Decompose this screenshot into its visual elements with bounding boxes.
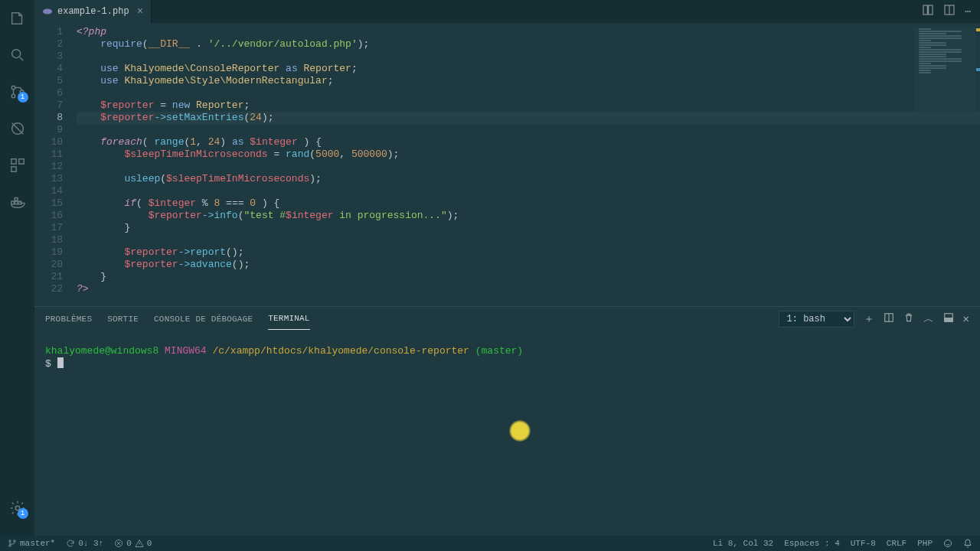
panel-tab-bar: PROBLÈMES SORTIE CONSOLE DE DÉBOGAGE TER… [34,307,980,331]
terminal-line-2: $ [45,358,64,370]
status-problems[interactable]: 0 0 [114,539,152,548]
svg-point-2 [11,94,15,98]
terminal-content[interactable]: khalyomede@windows8 MINGW64 /c/xampp/htd… [34,331,980,536]
tab-bar-actions: ⋯ [922,0,980,23]
svg-point-22 [14,540,16,543]
more-actions-icon[interactable]: ⋯ [965,5,971,18]
status-encoding[interactable]: UTF-8 [851,539,876,548]
svg-rect-5 [11,159,15,164]
code-content[interactable]: <?php require(__DIR__ . '/../vendor/auto… [77,23,980,306]
explorer-icon[interactable] [8,9,27,28]
panel-tab-output[interactable]: SORTIE [107,308,139,330]
sync-icon [66,539,75,548]
svg-point-24 [945,540,952,547]
tab-close-icon[interactable]: × [137,5,143,18]
svg-point-20 [9,540,11,543]
terminal-line-1: khalyomede@windows8 MINGW64 /c/xampp/htd… [45,345,523,357]
status-eol[interactable]: CRLF [887,539,906,548]
status-branch[interactable]: master* [8,539,55,548]
status-sync[interactable]: 0↓ 3↑ [66,539,103,548]
status-feedback-icon[interactable] [943,539,952,548]
extensions-icon[interactable] [8,156,27,174]
status-language[interactable]: PHP [917,539,933,548]
close-panel-icon[interactable]: ✕ [963,312,969,325]
status-bar: master* 0↓ 3↑ 0 0 Li 8, Col 32 Espaces :… [0,536,980,551]
activity-bar: 1 1 [0,0,34,536]
maximize-panel-icon[interactable] [943,312,954,326]
line-number-gutter: 12345678910111213141516171819202122 [34,23,77,306]
debug-icon[interactable] [8,119,27,138]
php-file-icon [42,6,53,17]
svg-rect-8 [11,201,14,204]
warning-icon [135,539,144,548]
panel-chevron-up-icon[interactable]: ︿ [923,312,934,326]
cursor-highlight-marker [509,420,531,442]
svg-point-0 [11,50,20,58]
tab-example-1-php[interactable]: example-1.php × [34,0,152,23]
svg-rect-15 [929,5,933,15]
source-control-icon[interactable]: 1 [8,83,27,101]
panel-tab-terminal[interactable]: TERMINAL [268,308,309,330]
panel-tab-debug-console[interactable]: CONSOLE DE DÉBOGAGE [154,308,253,330]
settings-gear-icon[interactable]: 1 [8,499,27,517]
svg-rect-9 [15,201,18,204]
settings-badge: 1 [18,508,28,519]
tab-filename: example-1.php [57,6,129,17]
new-terminal-icon[interactable]: ＋ [864,312,874,326]
svg-rect-7 [11,167,15,171]
svg-rect-6 [18,159,23,164]
svg-rect-14 [923,5,927,15]
panel-tab-problems[interactable]: PROBLÈMES [45,308,92,330]
search-icon[interactable] [8,46,27,64]
error-icon [114,539,123,548]
status-bell-icon[interactable] [963,539,972,548]
docker-icon[interactable] [8,193,27,211]
split-editor-icon[interactable] [943,4,956,19]
svg-point-21 [9,545,11,547]
split-terminal-icon[interactable] [884,312,894,326]
status-indentation[interactable]: Espaces : 4 [784,539,840,548]
svg-rect-19 [944,318,952,321]
terminal-shell-select[interactable]: 1: bash [779,311,854,328]
terminal-panel: PROBLÈMES SORTIE CONSOLE DE DÉBOGAGE TER… [34,306,980,536]
terminal-cursor [57,357,64,368]
kill-terminal-icon[interactable] [903,312,914,326]
compare-changes-icon[interactable] [922,4,934,19]
git-branch-icon [8,539,17,548]
editor-area: example-1.php × ⋯ 1234567891011121314151… [34,0,980,306]
minimap[interactable] [914,28,975,112]
svg-point-1 [11,86,15,90]
panel-actions: 1: bash ＋ ︿ ✕ [779,311,969,328]
svg-point-13 [43,9,52,15]
scm-badge: 1 [18,92,28,103]
editor[interactable]: 12345678910111213141516171819202122 <?ph… [34,23,980,306]
overview-ruler[interactable] [976,23,980,306]
status-line-col[interactable]: Li 8, Col 32 [713,539,773,548]
svg-rect-11 [15,198,18,201]
tab-bar: example-1.php × ⋯ [34,0,980,23]
